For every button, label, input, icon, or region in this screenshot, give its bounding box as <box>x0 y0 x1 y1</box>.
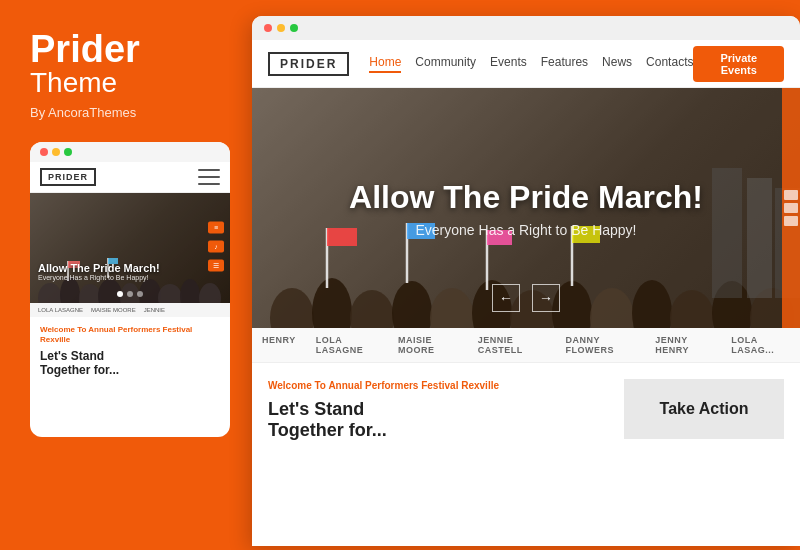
mobile-hero-text: Allow The Pride March! Everyone Has a Ri… <box>38 262 222 281</box>
svg-point-23 <box>670 290 714 328</box>
mobile-side-icon-2: ♪ <box>208 240 224 252</box>
desktop-hero-subtitle: Everyone Has a Right to Be Happy! <box>349 222 703 238</box>
take-action-label: Take Action <box>660 400 749 418</box>
svg-point-6 <box>158 284 182 303</box>
mobile-hero-sidebar-icons: ≡ ♪ ☰ <box>208 221 224 274</box>
hamburger-menu[interactable] <box>198 169 220 185</box>
dot-3 <box>137 291 143 297</box>
svg-point-21 <box>590 288 634 328</box>
mobile-hero-title: Allow The Pride March! <box>38 262 222 274</box>
desktop-nav-links: Home Community Events Features News Cont… <box>369 55 693 73</box>
performer-danny: DANNY FLOWERS <box>566 335 636 355</box>
svg-point-16 <box>392 281 432 328</box>
brand-title: Prider <box>30 30 228 68</box>
mobile-content: Welcome To Annual Performers Festival Re… <box>30 317 230 385</box>
svg-rect-34 <box>712 168 742 298</box>
performer-lola: LOLA LASAGNE <box>316 335 378 355</box>
performer-henry: HENRY <box>262 335 296 355</box>
svg-point-15 <box>350 290 394 328</box>
performers-bar: HENRY LOLA LASAGNE MAISIE MOORE JENNIE C… <box>252 328 800 363</box>
sidebar-icon-1 <box>784 190 798 200</box>
mobile-logo: PRIDER <box>40 168 96 186</box>
nav-community[interactable]: Community <box>415 55 476 73</box>
desktop-bottom-content: Welcome To Annual Performers Festival Re… <box>252 363 800 457</box>
take-action-box: Take Action <box>624 379 784 439</box>
bottom-left-section: Welcome To Annual Performers Festival Re… <box>268 379 604 441</box>
desktop-hero-title: Allow The Pride March! <box>349 179 703 216</box>
sidebar-icon-2 <box>784 203 798 213</box>
desktop-hero-content: Allow The Pride March! Everyone Has a Ri… <box>349 179 703 238</box>
svg-point-7 <box>180 279 200 303</box>
desktop-navbar: PRIDER Home Community Events Features Ne… <box>252 40 800 88</box>
desktop-preview: PRIDER Home Community Events Features Ne… <box>252 16 800 546</box>
mobile-side-icon-1: ≡ <box>208 221 224 233</box>
mobile-hero: Allow The Pride March! Everyone Has a Ri… <box>30 193 230 303</box>
hero-sidebar-icons <box>782 88 800 328</box>
dt-dot-yellow <box>277 24 285 32</box>
svg-point-13 <box>270 288 314 328</box>
performer-name: MAISIE MOORE <box>91 307 136 313</box>
svg-point-22 <box>632 280 672 328</box>
performer-lola2: LOLA LASAG... <box>731 335 790 355</box>
dot-green <box>64 148 72 156</box>
nav-news[interactable]: News <box>602 55 632 73</box>
dt-dot-green <box>290 24 298 32</box>
brand-subtitle: Theme <box>30 68 228 99</box>
mobile-preview: PRIDER <box>30 142 230 437</box>
nav-events[interactable]: Events <box>490 55 527 73</box>
arrow-prev[interactable]: ← <box>492 284 520 312</box>
private-events-button[interactable]: Private Events <box>693 46 784 82</box>
bottom-orange-label: Welcome To Annual Performers Festival Re… <box>268 379 604 393</box>
nav-home[interactable]: Home <box>369 55 401 73</box>
nav-contacts[interactable]: Contacts <box>646 55 693 73</box>
svg-point-14 <box>312 278 352 328</box>
mobile-hero-subtitle: Everyone Has a Right to Be Happy! <box>38 274 222 281</box>
svg-point-0 <box>38 283 62 303</box>
performer-maisie: MAISIE MOORE <box>398 335 458 355</box>
dot-1 <box>117 291 123 297</box>
svg-point-17 <box>430 288 474 328</box>
dot-red <box>40 148 48 156</box>
mobile-orange-label: Welcome To Annual Performers Festival Re… <box>40 325 220 346</box>
left-panel: Prider Theme By AncoraThemes PRIDER <box>0 0 248 550</box>
hero-arrows: ← → <box>492 284 560 312</box>
mobile-section-heading: Let's Stand Together for... <box>40 349 220 377</box>
performer-name: JENNIE <box>144 307 165 313</box>
mobile-side-icon-3: ☰ <box>208 259 224 271</box>
mobile-carousel-dots <box>117 291 143 297</box>
brand-by: By AncoraThemes <box>30 105 228 120</box>
sidebar-icon-3 <box>784 216 798 226</box>
performer-jenny: JENNY HENRY <box>655 335 711 355</box>
arrow-next[interactable]: → <box>532 284 560 312</box>
svg-point-8 <box>199 283 221 303</box>
dot-yellow <box>52 148 60 156</box>
bottom-right-section: Take Action <box>624 379 784 441</box>
bottom-section-heading: Let's Stand Together for... <box>268 399 604 441</box>
svg-rect-35 <box>747 178 772 298</box>
performer-jennie: JENNIE CASTELL <box>478 335 546 355</box>
nav-features[interactable]: Features <box>541 55 588 73</box>
mobile-nav: PRIDER <box>30 162 230 193</box>
dot-2 <box>127 291 133 297</box>
desktop-hero: Allow The Pride March! Everyone Has a Ri… <box>252 88 800 328</box>
svg-point-2 <box>79 284 101 303</box>
mobile-performers-bar: LOLA LASAGNE MAISIE MOORE JENNIE <box>30 303 230 317</box>
desktop-logo: PRIDER <box>268 52 349 76</box>
performer-name: LOLA LASAGNE <box>38 307 83 313</box>
dt-dot-red <box>264 24 272 32</box>
desktop-titlebar <box>252 16 800 40</box>
mobile-titlebar <box>30 142 230 162</box>
